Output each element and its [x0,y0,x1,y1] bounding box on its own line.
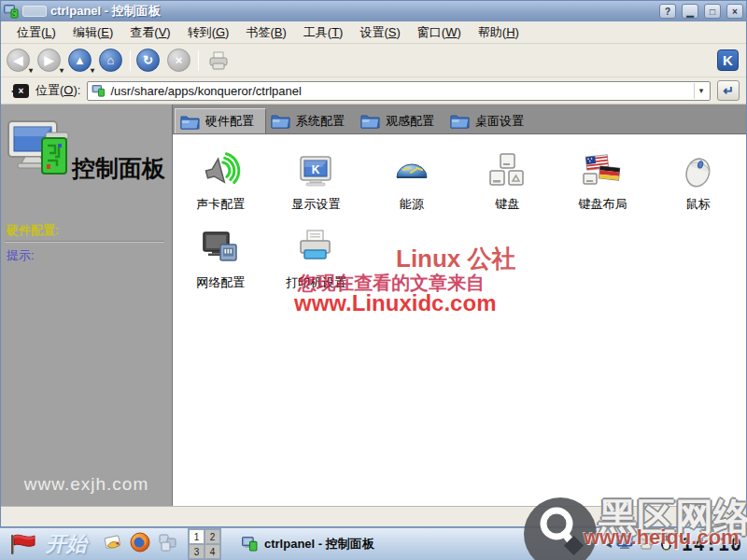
keyboard-icon [486,149,529,192]
sidebar-section-label: 硬件配置: [7,222,59,239]
item-energy[interactable]: 能源 [364,149,459,213]
start-flag-icon [8,533,36,555]
task-label: ctrlpanel - 控制面板 [264,536,374,553]
toolbar-separator [198,50,199,71]
item-network-config[interactable]: 网络配置 [173,228,268,291]
help-button[interactable]: ? [659,4,676,19]
item-mouse[interactable]: 鼠标 [651,149,746,213]
back-icon: ◀ [14,54,23,66]
menu-bookmarks[interactable]: 书签(B) [237,24,294,41]
stop-button[interactable]: × [167,49,190,72]
pager-desktop-4[interactable]: 4 [204,544,220,559]
forward-button[interactable]: ▶▾ [37,49,61,72]
tab-system-config[interactable]: 系统配置 [266,108,356,133]
menu-settings[interactable]: 设置(S) [351,24,408,41]
up-button[interactable]: ▲▾ [68,49,92,72]
folder-icon [180,114,201,130]
location-dropdown-button[interactable]: ▾ [694,83,708,99]
konqueror-window: ctrlpanel - 控制面板 ? ▁ □ × 位置(L) 编辑(E) 查看(… [0,0,747,527]
location-label: 位置(O): [35,82,80,99]
energy-icon [390,149,433,192]
back-button[interactable]: ◀▾ [7,49,30,72]
tray-printer-icon[interactable] [638,535,655,553]
content-pane: 硬件配置 系统配置 观感配置 桌面设置 [173,105,746,506]
folder-icon [360,113,381,129]
menu-view[interactable]: 查看(V) [121,24,178,41]
taskbar-task-ctrlpanel[interactable]: ctrlpanel - 控制面板 [233,536,384,553]
maximize-button[interactable]: □ [704,4,721,19]
forward-dropdown-icon: ▾ [60,66,63,75]
back-dropdown-icon: ▾ [29,66,33,75]
item-printer-settings[interactable]: 打印机设置 [268,228,363,291]
menu-location[interactable]: 位置(L) [8,24,64,41]
taskbar-clock[interactable]: 14:10 [682,533,742,555]
item-sound-config[interactable]: 声卡配置 [173,149,268,213]
folder-icon [450,113,471,129]
item-keyboard[interactable]: 键盘 [459,149,555,213]
forward-icon: ▶ [45,54,54,66]
start-label: 开始 [46,530,87,558]
item-display-settings[interactable]: K 显示设置 [268,149,363,213]
reload-button[interactable]: ↻ [136,49,160,72]
printer-icon [208,51,229,70]
desktop-pager[interactable]: 1 2 3 4 [188,528,221,560]
pager-desktop-1[interactable]: 1 [189,529,204,544]
item-keyboard-layout[interactable]: 键盘布局 [555,149,650,213]
firefox-icon [129,531,151,553]
keyboard-layout-icon [581,149,624,192]
clear-location-button[interactable]: × [13,84,29,98]
quick-launch [102,531,178,557]
titlebar-spacer [22,6,47,17]
packages-icon [156,531,178,553]
home-icon: ⌂ [107,54,115,66]
tray-tux-icon[interactable] [659,535,673,554]
packages-launcher[interactable] [156,531,178,557]
desktop: ctrlpanel - 控制面板 ? ▁ □ × 位置(L) 编辑(E) 查看(… [0,0,747,560]
sidebar-watermark: www.exjh.com [1,474,172,495]
close-button[interactable]: × [726,4,743,19]
icon-grid: 声卡配置 K 显示设置 能源 键盘 [173,134,746,291]
minimize-button[interactable]: ▁ [682,4,698,19]
firefox-launcher[interactable] [129,531,151,557]
icon-view: 声卡配置 K 显示设置 能源 键盘 [173,133,746,506]
print-button[interactable] [204,48,233,73]
menu-help[interactable]: 帮助(H) [470,24,528,41]
desktop-tool-launcher[interactable] [102,531,124,557]
tab-bar: 硬件配置 系统配置 观感配置 桌面设置 [173,105,746,133]
tab-appearance-config[interactable]: 观感配置 [356,108,445,133]
start-button[interactable]: 开始 [3,528,102,560]
mouse-icon [677,149,720,192]
stop-icon: × [176,54,183,66]
location-input[interactable]: /usr/share/apps/konqueror/ctrlpanel ▾ [87,81,711,101]
menu-window[interactable]: 窗口(W) [409,24,470,41]
tab-desktop-settings[interactable]: 桌面设置 [445,108,535,133]
control-panel-icon [7,119,74,181]
menu-tools[interactable]: 工具(T) [295,24,352,41]
toolbar-separator [130,50,131,71]
up-dropdown-icon: ▾ [91,66,94,75]
pager-desktop-2[interactable]: 2 [204,529,220,544]
up-icon: ▲ [74,54,86,66]
window-title: ctrlpanel - 控制面板 [50,3,654,20]
menu-bar: 位置(L) 编辑(E) 查看(V) 转到(G) 书签(B) 工具(T) 设置(S… [1,21,746,44]
tray-display-icon[interactable] [616,535,633,553]
svg-text:K: K [312,163,320,176]
tab-hardware-config[interactable]: 硬件配置 [175,108,266,133]
menu-go[interactable]: 转到(G) [179,24,238,41]
tray-collapse-icon[interactable]: ◀ [606,540,612,549]
kde-logo-button[interactable]: K [717,49,739,71]
navigation-toolbar: ◀▾ ▶▾ ▲▾ ⌂ ↻ × K [1,44,746,77]
pager-desktop-3[interactable]: 3 [189,544,204,559]
network-icon [199,228,242,271]
sidebar-divider [5,241,164,243]
sidebar: 控制面板 硬件配置: 提示: www.exjh.com [1,105,173,506]
menu-edit[interactable]: 编辑(E) [64,24,121,41]
status-bar [1,506,746,526]
go-button[interactable]: ↵ [717,80,740,101]
reload-icon: ↻ [143,54,153,66]
titlebar[interactable]: ctrlpanel - 控制面板 ? ▁ □ × [1,1,746,21]
sidebar-app-title: 控制面板 [72,153,165,184]
home-button[interactable]: ⌂ [99,49,122,72]
location-toolbar: × 位置(O): /usr/share/apps/konqueror/ctrlp… [1,77,746,105]
folder-icon [271,113,291,129]
